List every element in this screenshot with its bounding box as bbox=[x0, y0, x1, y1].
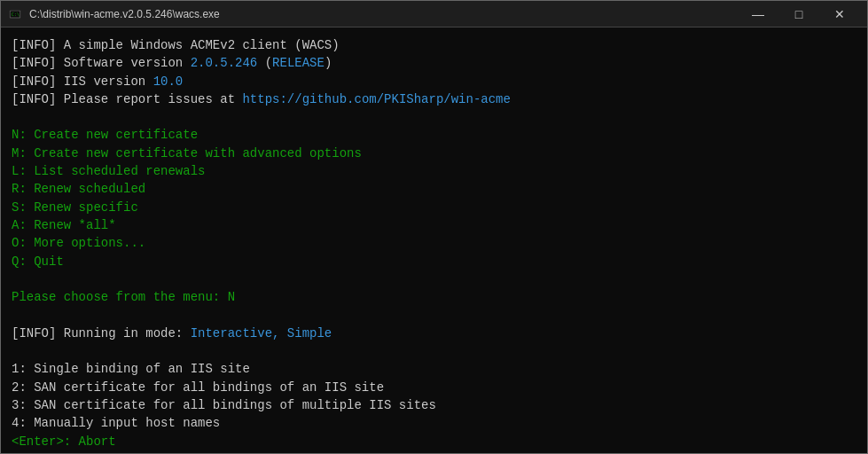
line-11: A: Renew *all* bbox=[12, 216, 856, 234]
line-6: N: Create new certificate bbox=[12, 126, 856, 144]
line-19: 1: Single binding of an IIS site bbox=[12, 360, 856, 378]
line-22: 4: Manually input host names bbox=[12, 414, 856, 432]
window-icon: C:\ bbox=[8, 7, 22, 21]
line-15: Please choose from the menu: N bbox=[12, 288, 856, 306]
minimize-button[interactable]: — bbox=[738, 1, 778, 27]
line-3: [INFO] IIS version 10.0 bbox=[12, 73, 856, 90]
terminal-output: [INFO] A simple Windows ACMEv2 client (W… bbox=[1, 27, 867, 453]
line-18 bbox=[12, 342, 856, 360]
line-5 bbox=[12, 108, 856, 126]
line-20: 2: SAN certificate for all bindings of a… bbox=[12, 379, 856, 396]
window-controls: — □ ✕ bbox=[738, 1, 860, 27]
window-title: C:\distrib\win-acme.v2.0.5.246\wacs.exe bbox=[29, 8, 738, 20]
svg-text:C:\: C:\ bbox=[12, 11, 20, 16]
line-14 bbox=[12, 270, 856, 288]
line-23: <Enter>: Abort bbox=[12, 433, 856, 450]
line-7: M: Create new certificate with advanced … bbox=[12, 145, 856, 162]
line-24 bbox=[12, 450, 856, 453]
line-2: [INFO] Software version 2.0.5.246 (RELEA… bbox=[12, 54, 856, 72]
line-16 bbox=[12, 306, 856, 324]
close-button[interactable]: ✕ bbox=[819, 1, 860, 27]
title-bar: C:\ C:\distrib\win-acme.v2.0.5.246\wacs.… bbox=[1, 1, 867, 27]
terminal-window: C:\ C:\distrib\win-acme.v2.0.5.246\wacs.… bbox=[0, 0, 868, 454]
line-1: [INFO] A simple Windows ACMEv2 client (W… bbox=[12, 36, 856, 54]
line-21: 3: SAN certificate for all bindings of m… bbox=[12, 396, 856, 414]
line-17: [INFO] Running in mode: Interactive, Sim… bbox=[12, 325, 856, 342]
maximize-button[interactable]: □ bbox=[778, 1, 819, 27]
line-4: [INFO] Please report issues at https://g… bbox=[12, 90, 856, 108]
line-13: Q: Quit bbox=[12, 253, 856, 270]
line-10: S: Renew specific bbox=[12, 199, 856, 216]
line-9: R: Renew scheduled bbox=[12, 180, 856, 198]
line-12: O: More options... bbox=[12, 234, 856, 252]
line-8: L: List scheduled renewals bbox=[12, 162, 856, 180]
